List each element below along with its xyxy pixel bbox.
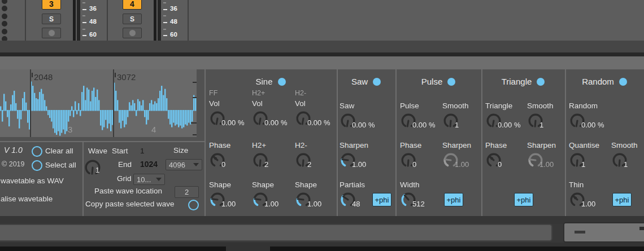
knob-label: Sharpen <box>442 141 485 152</box>
sine-ff-vol-cell: FF Vol 0.00 % <box>209 89 252 127</box>
size-dropdown[interactable]: 4096 <box>166 159 202 170</box>
triangle-enable-led[interactable] <box>537 78 545 86</box>
knob-label: Sharpen <box>527 141 570 152</box>
sine-enable-led[interactable] <box>278 78 286 86</box>
meter-label: 48 <box>89 18 103 25</box>
column-label: H2- <box>295 89 338 99</box>
knob-value: 1 <box>455 121 459 129</box>
meter-label: 60 <box>170 31 184 38</box>
triangle-phi-button[interactable]: +phi <box>514 193 533 206</box>
status-bar[interactable] <box>0 224 552 241</box>
section-title-label: Triangle <box>502 77 532 86</box>
meter-tick <box>163 15 166 16</box>
session-mixer-strip: 3 S 36 48 60 4 S 36 48 60 <box>0 0 644 41</box>
wave-knob-value: 1 <box>95 166 99 174</box>
knob-label: Smooth <box>442 102 485 112</box>
knob-label: Saw <box>340 102 382 112</box>
knob-value: 0.00 % <box>307 118 330 127</box>
knob-label: Random <box>569 102 612 112</box>
solo-button[interactable]: S <box>42 14 61 24</box>
level-meter-left <box>73 0 76 41</box>
wave-marker-line <box>113 69 114 137</box>
copyright-label: © 2019 <box>2 160 25 168</box>
arm-record-button[interactable] <box>123 28 142 38</box>
section-title-label: Pulse <box>421 77 443 86</box>
copy-paste-label: Copy paste selected wave <box>85 200 175 208</box>
knob-value: 1.00 <box>307 200 321 208</box>
knob-value: 1.00 <box>455 160 469 169</box>
size-label: Size <box>173 146 188 155</box>
column-label: H2+ <box>252 89 295 99</box>
knob-label: Shape <box>252 180 295 191</box>
sine-h2plus-vol-cell: H2+ Vol 0.00 % <box>252 89 295 127</box>
scale-tick <box>191 122 197 124</box>
grid-dropdown[interactable]: 10... <box>133 174 165 185</box>
knob-label: Vol <box>209 99 252 110</box>
meter-tick <box>82 29 85 30</box>
track-activator-button[interactable]: 3 <box>42 0 61 10</box>
track-activator-button[interactable]: 4 <box>123 0 142 10</box>
knob-label: Vol <box>252 99 295 110</box>
select-all-radio[interactable] <box>32 160 42 171</box>
sine-h2minus-cell: H2- 2 <box>295 141 338 169</box>
end-value-field[interactable]: 1024 <box>140 160 158 169</box>
scale-tick <box>193 82 197 83</box>
meter-label: 36 <box>170 5 184 12</box>
knob-value: 1.00 <box>264 200 279 208</box>
pulse-enable-led[interactable] <box>447 78 455 86</box>
marker-position-label: 2048 <box>34 72 53 82</box>
wave-marker-line <box>30 69 31 137</box>
copy-paste-radio[interactable] <box>188 200 199 210</box>
triangle-smooth-cell: Smooth 1 <box>527 102 570 129</box>
random-level-cell: Random 0.00 % <box>569 102 612 129</box>
dropdown-arrow-icon <box>156 178 162 181</box>
knob-value: 1.00 <box>352 160 366 169</box>
window-bottom-edge <box>0 246 644 251</box>
normalise-label[interactable]: alise wavetable <box>1 195 53 203</box>
triangle-sharpen-cell: Sharpen 1.00 <box>527 141 570 169</box>
knob-label: Vol <box>295 99 338 110</box>
pulse-level-cell: Pulse 0.00 % <box>400 102 443 129</box>
grid-label: Grid <box>117 174 132 183</box>
crossfade-dots-column <box>2 0 8 41</box>
wave-label: Wave <box>88 147 107 155</box>
random-enable-led[interactable] <box>619 78 627 86</box>
section-title-label: Random <box>582 77 614 86</box>
paste-location-field[interactable]: 2 <box>175 186 199 198</box>
drop-area-dot-icon <box>2 29 7 34</box>
arm-dot-icon <box>49 30 55 36</box>
device-scroll-box[interactable] <box>563 222 644 243</box>
corner-notch <box>639 227 644 230</box>
clear-all-radio[interactable] <box>32 146 42 157</box>
section-divider <box>395 69 397 216</box>
wave-segment-number: 4 <box>151 125 156 134</box>
device-bottom-band <box>0 216 644 224</box>
meter-scale <box>82 0 88 41</box>
knob-label: Quantise <box>569 141 612 152</box>
session-bottom-band <box>0 41 644 52</box>
marker-tick-icon <box>115 73 116 77</box>
random-phi-button[interactable]: +phi <box>612 193 632 206</box>
knob-value: 512 <box>412 200 425 208</box>
size-dropdown-value: 4096 <box>169 161 185 169</box>
knob-value: 0.00 % <box>352 121 375 129</box>
saw-phi-button[interactable]: +phi <box>372 193 391 206</box>
section-title-saw: Saw <box>337 77 395 86</box>
grid-dropdown-value: 10... <box>137 175 151 184</box>
pulse-smooth-cell: Smooth 1 <box>442 102 485 129</box>
sine-h2minus-vol-cell: H2- Vol 0.00 % <box>295 89 338 127</box>
save-wav-label[interactable]: wavetable as WAV <box>1 177 64 185</box>
saw-enable-led[interactable] <box>373 78 381 86</box>
select-all-label: Select all <box>45 161 76 169</box>
start-label: Start <box>112 147 128 155</box>
meter-scale <box>163 0 169 41</box>
pulse-phi-button[interactable]: +phi <box>444 193 463 206</box>
solo-button[interactable]: S <box>123 14 142 24</box>
arm-record-button[interactable] <box>42 28 61 38</box>
drop-area-dot-icon <box>2 6 7 11</box>
section-title-triangle: Triangle <box>481 77 565 86</box>
start-value-field[interactable]: 1 <box>140 147 145 155</box>
knob-value: 1.00 <box>581 200 595 208</box>
triangle-level-cell: Triangle 0.00 % <box>485 102 528 129</box>
drop-area-dot-icon <box>2 14 7 19</box>
